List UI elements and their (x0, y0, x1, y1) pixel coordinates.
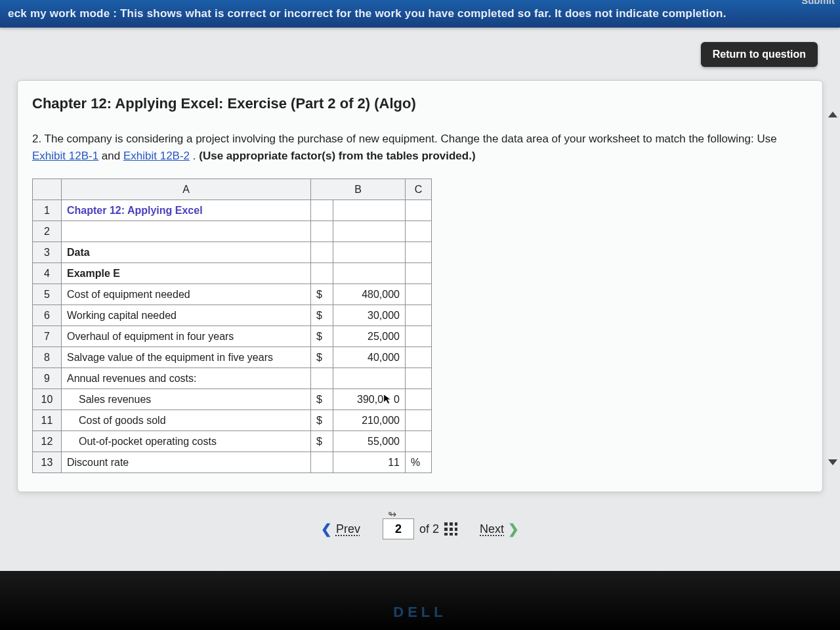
return-to-question-button[interactable]: Return to question (701, 42, 818, 67)
chevron-right-icon: ❯ (508, 521, 519, 537)
table-row: 5Cost of equipment needed$480,000 (33, 284, 432, 305)
page-indicator: ↬ of 2 (383, 518, 457, 539)
cell-C[interactable] (406, 284, 432, 305)
table-row: 7Overhaul of equipment in four years$25,… (33, 326, 432, 347)
cell-B[interactable] (333, 368, 406, 389)
cell-B[interactable] (333, 263, 406, 284)
cell-A[interactable]: Sales revenues (62, 389, 311, 410)
col-header-B: B (311, 179, 406, 200)
linked-icon: ↬ (388, 508, 396, 520)
cell-B[interactable]: 390,00 (333, 389, 406, 410)
cell-B[interactable] (333, 200, 406, 221)
row-number: 1 (33, 200, 62, 221)
table-row: 9Annual revenues and costs: (33, 368, 432, 389)
currency-symbol: $ (311, 347, 333, 368)
cell-C[interactable] (406, 431, 432, 452)
cell-A[interactable]: Annual revenues and costs: (62, 368, 311, 389)
table-row: 3Data (33, 242, 432, 263)
cell-A[interactable]: Cost of goods sold (62, 410, 311, 431)
cell-A[interactable]: Chapter 12: Applying Excel (62, 200, 311, 221)
cell-B[interactable]: 210,000 (333, 410, 406, 431)
cell-C[interactable] (406, 200, 432, 221)
cell-A[interactable]: Cost of equipment needed (62, 284, 311, 305)
cell-A[interactable]: Overhaul of equipment in four years (62, 326, 311, 347)
col-header-A: A (62, 179, 311, 200)
currency-symbol (311, 263, 333, 284)
currency-symbol: $ (311, 326, 333, 347)
next-label: Next (480, 522, 504, 536)
cursor-icon (382, 393, 394, 405)
cell-B[interactable] (333, 221, 406, 242)
cell-C[interactable] (406, 326, 432, 347)
table-row: 12Out-of-pocket operating costs$55,000 (33, 431, 432, 452)
currency-symbol: $ (311, 305, 333, 326)
table-row: 11Cost of goods sold$210,000 (33, 410, 432, 431)
currency-symbol (311, 221, 333, 242)
question-period: . (193, 150, 199, 162)
cell-C[interactable] (406, 347, 432, 368)
currency-symbol (311, 242, 333, 263)
question-text: 2. The company is considering a project … (32, 131, 793, 164)
table-row: 6Working capital needed$30,000 (33, 305, 432, 326)
next-button[interactable]: Next ❯ (480, 521, 519, 537)
currency-symbol: $ (311, 431, 333, 452)
cell-A[interactable]: Working capital needed (62, 305, 311, 326)
question-bold: (Use appropriate factor(s) from the tabl… (199, 150, 475, 162)
question-mid: and (102, 150, 123, 162)
page-number-input[interactable] (383, 518, 414, 539)
cell-C[interactable] (406, 221, 432, 242)
prev-button[interactable]: ❮ Prev (321, 521, 360, 537)
scroll-down-caret[interactable] (828, 459, 837, 465)
row-number: 6 (33, 305, 62, 326)
cell-C[interactable] (406, 242, 432, 263)
cell-B[interactable]: 30,000 (333, 305, 406, 326)
cell-A[interactable]: Discount rate (62, 452, 311, 473)
cell-C[interactable] (406, 263, 432, 284)
question-lead: 2. The company is considering a project … (32, 133, 777, 145)
currency-symbol: $ (311, 284, 333, 305)
cell-A[interactable]: Data (62, 242, 311, 263)
row-number: 12 (33, 431, 62, 452)
submit-fragment: Submit (801, 0, 835, 6)
cell-C[interactable] (406, 410, 432, 431)
row-number: 2 (33, 221, 62, 242)
check-work-banner: eck my work mode : This shows what is co… (0, 0, 840, 28)
cell-B[interactable]: 55,000 (333, 431, 406, 452)
cell-A[interactable]: Example E (62, 263, 311, 284)
link-exhibit-12b-2[interactable]: Exhibit 12B-2 (123, 150, 190, 162)
spreadsheet-table: A B C 1Chapter 12: Applying Excel23Data4… (32, 178, 432, 473)
row-number: 8 (33, 347, 62, 368)
row-number: 7 (33, 326, 62, 347)
cell-C[interactable] (406, 389, 432, 410)
currency-symbol (311, 452, 333, 473)
banner-text: eck my work mode : This shows what is co… (8, 7, 726, 20)
cell-B[interactable]: 25,000 (333, 326, 406, 347)
cell-B[interactable]: 11 (333, 452, 406, 473)
scroll-up-caret[interactable] (828, 112, 837, 117)
page-of-text: of 2 (419, 522, 439, 536)
row-number: 10 (33, 389, 62, 410)
brand-logo: DELL (393, 604, 446, 621)
cell-C[interactable] (406, 305, 432, 326)
row-number: 3 (33, 242, 62, 263)
cell-C[interactable]: % (406, 452, 432, 473)
link-exhibit-12b-1[interactable]: Exhibit 12B-1 (32, 150, 98, 162)
row-number: 5 (33, 284, 62, 305)
cell-C[interactable] (406, 368, 432, 389)
cell-A[interactable] (62, 221, 311, 242)
table-row: 2 (33, 221, 432, 242)
cell-B[interactable] (333, 242, 406, 263)
cell-B[interactable]: 40,000 (333, 347, 406, 368)
row-number: 9 (33, 368, 62, 389)
table-row: 10Sales revenues$390,00 (33, 389, 432, 410)
cell-A[interactable]: Out-of-pocket operating costs (62, 431, 311, 452)
cell-B[interactable]: 480,000 (333, 284, 406, 305)
grid-icon[interactable] (444, 522, 457, 536)
cell-A[interactable]: Salvage value of the equipment in five y… (62, 347, 311, 368)
currency-symbol (311, 200, 333, 221)
chevron-left-icon: ❮ (321, 521, 332, 537)
question-card: Chapter 12: Applying Excel: Exercise (Pa… (17, 80, 823, 492)
currency-symbol: $ (311, 410, 333, 431)
table-row: 4Example E (33, 263, 432, 284)
currency-symbol (311, 368, 333, 389)
